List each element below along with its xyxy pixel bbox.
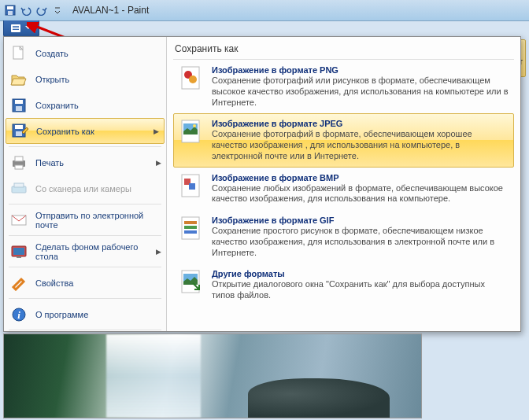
titlebar: AVALAN~1 - Paint (0, 0, 529, 21)
info-icon: i (10, 306, 28, 323)
redo-icon[interactable] (35, 3, 49, 17)
save-as-submenu: Сохранить как Изображение в формате PNG … (167, 37, 520, 331)
menu-label: Со сканера или камеры (35, 184, 131, 193)
svg-point-28 (189, 76, 197, 83)
svg-rect-22 (13, 248, 24, 255)
print-icon (10, 154, 28, 171)
menu-email[interactable]: Отправить по электронной почте (4, 207, 166, 233)
svg-rect-10 (15, 100, 23, 104)
submenu-header: Сохранить как (173, 42, 514, 60)
gif-icon (179, 216, 204, 241)
menu-separator (9, 204, 161, 204)
window-title: AVALAN~1 - Paint (72, 5, 149, 16)
format-jpeg[interactable]: Изображение в формате JPEG Сохранение фо… (173, 113, 514, 167)
svg-rect-2 (8, 11, 13, 15)
menu-label: Сохранить (35, 101, 79, 110)
submenu-arrow-icon: ▶ (156, 159, 161, 167)
format-bmp[interactable]: Изображение в формате BMP Сохранение люб… (173, 168, 514, 211)
menu-about[interactable]: i О программе (4, 301, 166, 327)
save-icon[interactable] (3, 3, 17, 17)
menu-label: Отправить по электронной почте (35, 211, 160, 230)
svg-rect-14 (16, 131, 22, 136)
menu-separator (9, 235, 161, 236)
submenu-arrow-icon: ▶ (154, 127, 159, 135)
qat-dropdown-icon[interactable] (50, 3, 65, 17)
properties-icon (10, 274, 28, 292)
svg-rect-17 (15, 165, 23, 169)
menu-label: Печать (35, 158, 64, 168)
svg-rect-19 (14, 183, 24, 187)
rocks-region (248, 378, 390, 418)
format-other[interactable]: Другие форматы Открытие диалогового окна… (173, 263, 514, 307)
menu-separator (9, 330, 161, 330)
svg-rect-13 (15, 125, 23, 129)
file-menu-dropdown: Создать Открыть Сохранить Сохранить как … (3, 36, 521, 332)
svg-rect-16 (15, 157, 23, 161)
menu-label: Сохранить как (36, 127, 94, 136)
format-title: Изображение в формате JPEG (212, 119, 509, 128)
format-png[interactable]: Изображение в формате PNG Сохранение фот… (173, 60, 514, 113)
jpeg-icon (179, 119, 204, 144)
svg-rect-4 (13, 26, 19, 27)
menu-separator (9, 267, 161, 267)
svg-rect-6 (13, 29, 19, 30)
menu-create[interactable]: Создать (4, 40, 166, 66)
format-desc: Сохранение простого рисунок в формате, о… (212, 226, 509, 258)
menu-label: О программе (35, 310, 88, 319)
format-title: Другие форматы (212, 269, 509, 278)
menu-label: Создать (35, 49, 68, 58)
other-formats-icon (179, 269, 204, 294)
file-menu-left: Создать Открыть Сохранить Сохранить как … (4, 37, 167, 331)
menu-save-as[interactable]: Сохранить как ▶ (6, 118, 165, 144)
file-menu-button[interactable] (3, 20, 39, 37)
quick-access-toolbar (3, 3, 65, 17)
format-desc: Открытие диалогового окна "Сохранить как… (212, 279, 509, 301)
menu-open[interactable]: Открыть (4, 66, 166, 92)
canvas-image[interactable] (3, 333, 422, 418)
menu-wallpaper[interactable]: Сделать фоном рабочего стола ▶ (4, 238, 166, 264)
bmp-icon (179, 173, 204, 198)
menu-print[interactable]: Печать ▶ (4, 149, 166, 175)
svg-point-31 (193, 124, 196, 127)
menu-label: Сделать фоном рабочего стола (35, 242, 160, 261)
format-desc: Сохранение фотографий в формате, обеспеч… (212, 129, 509, 161)
wallpaper-icon (10, 243, 28, 260)
menu-separator (9, 146, 161, 147)
menu-save[interactable]: Сохранить (4, 92, 166, 118)
menu-label: Свойства (35, 278, 73, 288)
menu-separator (9, 298, 161, 299)
svg-rect-38 (184, 230, 197, 234)
menu-scanner: Со сканера или камеры (4, 175, 166, 201)
format-desc: Сохранение любых изображений в формате, … (212, 183, 509, 205)
menu-properties[interactable]: Свойства (4, 270, 166, 296)
save-as-icon (11, 123, 28, 140)
format-gif[interactable]: Изображение в формате GIF Сохранение про… (173, 210, 514, 263)
format-desc: Сохранение фотографий или рисунков в фор… (212, 76, 509, 108)
svg-rect-5 (13, 28, 19, 28)
format-title: Изображение в формате BMP (212, 173, 509, 182)
format-title: Изображение в формате PNG (212, 65, 509, 75)
svg-text:i: i (17, 309, 20, 321)
undo-icon[interactable] (19, 3, 33, 17)
menu-label: Открыть (35, 75, 69, 84)
save-icon (10, 97, 28, 114)
svg-rect-36 (184, 221, 197, 224)
svg-rect-11 (16, 106, 22, 111)
waterfall-region (106, 334, 201, 418)
scanner-icon (10, 180, 28, 197)
png-icon (179, 65, 204, 90)
svg-rect-23 (17, 256, 21, 258)
open-icon (10, 71, 28, 88)
email-icon (10, 212, 28, 229)
svg-rect-34 (189, 183, 195, 190)
format-title: Изображение в формате GIF (212, 216, 509, 225)
svg-rect-37 (184, 226, 197, 229)
submenu-arrow-icon: ▶ (156, 248, 161, 256)
svg-rect-1 (7, 6, 13, 9)
new-icon (10, 45, 28, 62)
